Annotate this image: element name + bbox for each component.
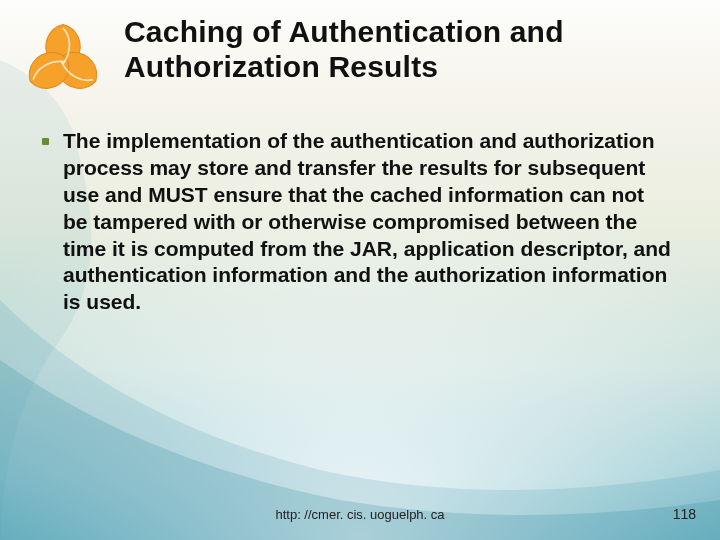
bullet-item: The implementation of the authentication… — [42, 128, 672, 316]
bullet-dot-icon — [42, 138, 49, 145]
content-area: The implementation of the authentication… — [42, 128, 672, 316]
slide-title: Caching of Authentication and Authorizat… — [124, 14, 700, 85]
slide: Caching of Authentication and Authorizat… — [0, 0, 720, 540]
page-number: 118 — [673, 506, 696, 522]
header: Caching of Authentication and Authorizat… — [20, 14, 700, 102]
trillium-logo-icon — [20, 16, 106, 102]
bullet-text: The implementation of the authentication… — [63, 128, 672, 316]
footer-url: http: //cmer. cis. uoguelph. ca — [0, 507, 720, 522]
